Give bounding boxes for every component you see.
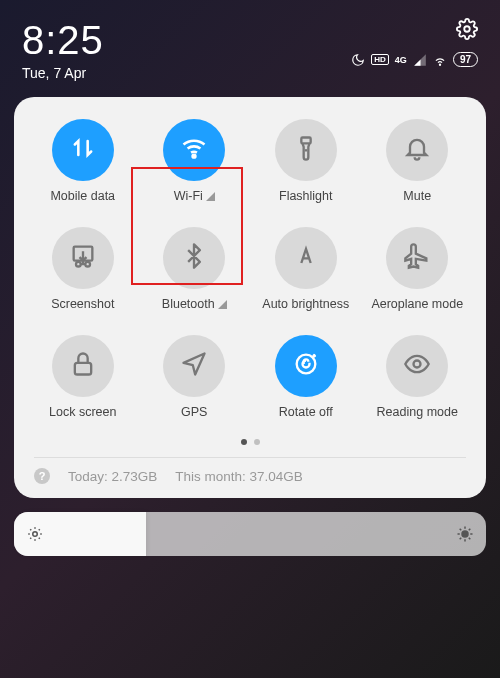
tile-mute[interactable]: Mute (365, 119, 471, 203)
tile-label: Screenshot (51, 297, 114, 311)
status-indicators: HD 4G 97 (351, 52, 478, 67)
battery-indicator: 97 (453, 52, 478, 67)
tiles-grid: Mobile data Wi-Fi Flashlight Mute Screen… (30, 119, 470, 419)
clock-block: 8:25 Tue, 7 Apr (22, 18, 104, 81)
page-indicator (30, 439, 470, 445)
divider (34, 457, 466, 458)
auto-brightness-icon (292, 242, 320, 274)
clock-time: 8:25 (22, 18, 104, 63)
svg-rect-3 (301, 138, 310, 144)
tile-label: Flashlight (279, 189, 333, 203)
tile-aeroplane-mode[interactable]: Aeroplane mode (365, 227, 471, 311)
brightness-low-icon (26, 525, 44, 543)
tile-label: GPS (181, 405, 207, 419)
mobile-data-icon (69, 134, 97, 166)
wifi-icon (433, 53, 447, 67)
screenshot-icon (69, 242, 97, 274)
svg-point-12 (462, 531, 468, 537)
tile-label: Rotate off (279, 405, 333, 419)
tile-screenshot[interactable]: Screenshot (30, 227, 136, 311)
svg-point-6 (76, 262, 81, 267)
svg-point-0 (464, 26, 470, 32)
gear-icon[interactable] (456, 18, 478, 44)
brightness-slider[interactable] (14, 512, 486, 556)
usage-month: This month: 37.04GB (175, 469, 303, 484)
status-bar: 8:25 Tue, 7 Apr HD 4G 97 (0, 0, 500, 85)
tile-gps[interactable]: GPS (142, 335, 248, 419)
info-icon: ? (34, 468, 50, 484)
svg-point-2 (193, 155, 196, 158)
location-icon (180, 350, 208, 382)
usage-today: Today: 2.73GB (68, 469, 157, 484)
svg-point-1 (439, 64, 440, 65)
tile-lock-screen[interactable]: Lock screen (30, 335, 136, 419)
status-right: HD 4G 97 (351, 18, 478, 67)
brightness-high-icon (456, 525, 474, 543)
tile-label: Bluetooth (162, 297, 215, 311)
svg-point-11 (33, 532, 38, 537)
tile-label: Wi-Fi (174, 189, 203, 203)
signal-strength-icon (218, 300, 227, 309)
tile-flashlight[interactable]: Flashlight (253, 119, 359, 203)
tile-label: Reading mode (377, 405, 458, 419)
tile-reading-mode[interactable]: Reading mode (365, 335, 471, 419)
rotation-lock-icon (292, 350, 320, 382)
quick-settings-panel: Mobile data Wi-Fi Flashlight Mute Screen… (14, 97, 486, 498)
bluetooth-icon (180, 242, 208, 274)
airplane-icon (403, 242, 431, 274)
moon-icon (351, 53, 365, 67)
tile-auto-brightness[interactable]: Auto brightness (253, 227, 359, 311)
wifi-icon (180, 134, 208, 166)
tile-label: Mobile data (50, 189, 115, 203)
tile-rotate-off[interactable]: Rotate off (253, 335, 359, 419)
tile-wifi[interactable]: Wi-Fi (142, 119, 248, 203)
svg-point-10 (414, 361, 421, 368)
page-dot (254, 439, 260, 445)
eye-icon (403, 350, 431, 382)
tile-bluetooth[interactable]: Bluetooth (142, 227, 248, 311)
volte-badge: HD (371, 54, 389, 65)
tile-label: Aeroplane mode (371, 297, 463, 311)
tile-mobile-data[interactable]: Mobile data (30, 119, 136, 203)
tile-label: Lock screen (49, 405, 116, 419)
bell-icon (403, 134, 431, 166)
tile-label: Auto brightness (262, 297, 349, 311)
page-dot (241, 439, 247, 445)
signal-icon (413, 53, 427, 67)
svg-point-9 (296, 355, 315, 374)
lock-icon (69, 350, 97, 382)
flashlight-icon (292, 134, 320, 166)
clock-date: Tue, 7 Apr (22, 65, 104, 81)
data-usage-row[interactable]: ? Today: 2.73GB This month: 37.04GB (30, 466, 470, 486)
svg-point-7 (85, 262, 90, 267)
network-type: 4G (395, 55, 407, 65)
svg-rect-8 (75, 363, 91, 375)
signal-strength-icon (206, 192, 215, 201)
tile-label: Mute (403, 189, 431, 203)
